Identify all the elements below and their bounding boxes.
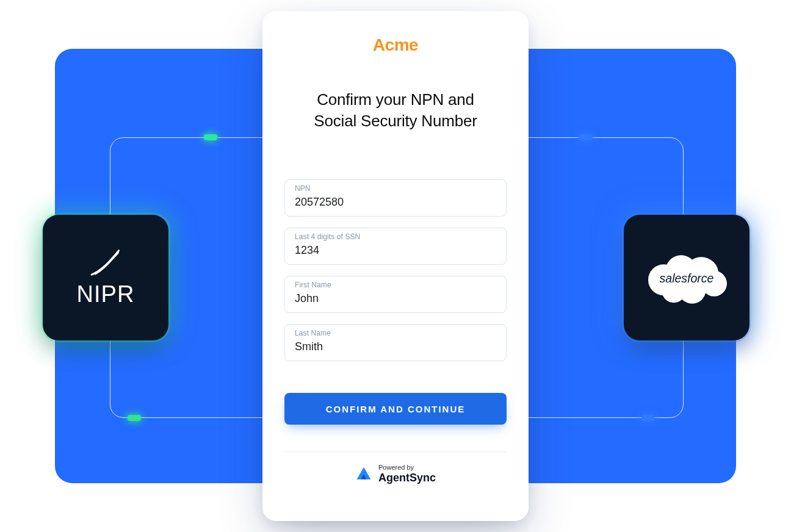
form-title: Confirm your NPN and Social Security Num… [284, 89, 507, 132]
salesforce-label: salesforce [660, 271, 714, 285]
form-title-line-2: Social Security Number [314, 112, 477, 130]
ssn-input[interactable] [295, 244, 496, 257]
first-name-label: First Name [295, 281, 331, 289]
npn-field[interactable]: NPN [284, 179, 507, 217]
salesforce-cloud-icon: salesforce [641, 247, 732, 308]
nipr-leaf-icon [87, 248, 124, 278]
integration-tile-salesforce: salesforce [624, 215, 749, 340]
last-name-input[interactable] [295, 340, 496, 353]
connection-node-icon [579, 134, 593, 140]
connection-node-icon [204, 134, 217, 140]
brand-name: Acme [284, 35, 507, 55]
first-name-input[interactable] [295, 292, 496, 305]
form-title-line-1: Confirm your NPN and [317, 90, 474, 109]
npn-label: NPN [295, 184, 311, 193]
integration-tile-nipr: NIPR [43, 215, 168, 340]
powered-by: Powered by AgentSync [284, 464, 507, 483]
confirm-continue-button[interactable]: CONFIRM AND CONTINUE [284, 393, 507, 425]
onboarding-form-card: Acme Confirm your NPN and Social Securit… [262, 11, 529, 521]
nipr-label: NIPR [77, 281, 135, 307]
powered-by-name: AgentSync [378, 472, 436, 483]
npn-input[interactable] [295, 196, 496, 209]
last-name-label: Last Name [295, 329, 331, 337]
ssn-field[interactable]: Last 4 digits of SSN [284, 228, 507, 265]
powered-by-label: Powered by [378, 464, 414, 471]
last-name-field[interactable]: Last Name [284, 324, 507, 361]
ssn-label: Last 4 digits of SSN [295, 232, 360, 241]
connection-node-icon [641, 415, 655, 421]
agentsync-logo-icon [355, 466, 372, 483]
divider [284, 451, 507, 452]
first-name-field[interactable]: First Name [284, 276, 507, 313]
form-fields: NPN Last 4 digits of SSN First Name Last… [284, 179, 507, 361]
connection-node-icon [128, 415, 141, 421]
